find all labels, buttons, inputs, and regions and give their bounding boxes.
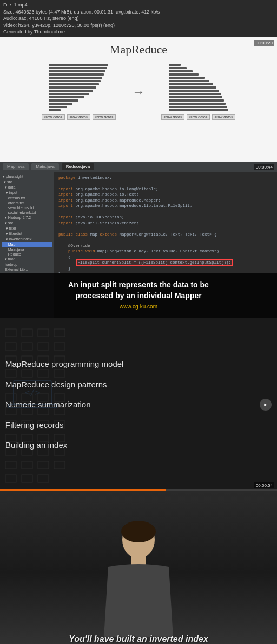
data-label: <row data> xyxy=(212,114,235,120)
code-line: import java.util.StringTokenizer; xyxy=(58,220,273,226)
line xyxy=(169,93,221,95)
timestamp-2: 00:00:44 xyxy=(254,164,274,170)
svg-rect-4 xyxy=(38,329,49,337)
tree-trion: ▾ trion xyxy=(2,257,52,262)
line xyxy=(169,77,205,79)
line xyxy=(169,73,199,76)
svg-rect-42 xyxy=(38,475,49,482)
ide-topbar: Map.java Main.java Reduce.java xyxy=(0,162,277,172)
svg-rect-7 xyxy=(54,343,65,350)
line xyxy=(49,77,102,79)
mapreduce-diagram: <row data> <row data> <row data> → xyxy=(42,64,235,120)
tree-social: socialnetwork.txt xyxy=(2,210,52,215)
svg-rect-33 xyxy=(22,448,32,455)
right-funnel: <row data> <row data> <row data> xyxy=(161,64,235,120)
line xyxy=(49,93,89,95)
svg-rect-1 xyxy=(22,329,32,337)
code-line xyxy=(58,237,273,243)
panel-instructor: You'll have built an inverted index to h… xyxy=(0,491,277,644)
line xyxy=(49,83,99,85)
svg-rect-11 xyxy=(54,356,65,364)
arrow-right: → xyxy=(132,84,145,99)
mapreduce-title: MapReduce xyxy=(110,43,167,57)
code-line: public void map(LongWritable key, Text v… xyxy=(58,249,273,254)
code-line: public class Map extends Mapper<LongWrit… xyxy=(58,232,273,238)
svg-text:</>: </> xyxy=(25,387,41,398)
watermark: www.cg-ku.com xyxy=(120,304,157,310)
tab-main-java[interactable]: Main.java xyxy=(31,163,58,170)
timestamp-3: 00:00:54 xyxy=(254,482,274,488)
code-line: package invertedindex; xyxy=(58,175,273,181)
svg-rect-0 xyxy=(5,329,16,337)
tree-src2: ▾ src xyxy=(2,220,52,226)
line xyxy=(169,80,209,82)
tree-reduce: Reduce xyxy=(2,252,52,257)
svg-rect-27 xyxy=(54,421,65,428)
svg-rect-16 xyxy=(5,394,16,401)
svg-rect-37 xyxy=(22,461,32,469)
tree-pluralsight: ▾ pluralsight xyxy=(2,174,52,179)
line xyxy=(169,106,227,108)
svg-rect-31 xyxy=(54,434,65,442)
svg-rect-15 xyxy=(54,370,65,377)
svg-rect-39 xyxy=(54,461,65,469)
tree-filter: ▾ filter xyxy=(2,226,52,231)
code-line xyxy=(58,209,273,215)
data-label: <row data> xyxy=(187,114,210,120)
svg-rect-34 xyxy=(38,448,49,455)
tab-map-java[interactable]: Map.java xyxy=(3,163,29,170)
tree-search: searchterms.txt xyxy=(2,205,52,210)
play-button[interactable]: ► xyxy=(260,399,272,411)
line xyxy=(169,86,216,89)
svg-rect-19 xyxy=(54,394,65,401)
tree-invertedindex: ▾ invertedindex xyxy=(2,237,52,242)
svg-rect-3 xyxy=(22,343,32,350)
line xyxy=(169,64,181,66)
overlay-text: An input split represents the data to be… xyxy=(0,273,277,318)
grid-svg: </> xyxy=(0,318,92,491)
line xyxy=(49,103,72,105)
tree-census: census.txt xyxy=(2,196,52,200)
svg-rect-28 xyxy=(5,434,16,442)
svg-rect-5 xyxy=(38,343,49,350)
left-lines-top xyxy=(49,64,108,111)
line xyxy=(49,106,67,108)
line xyxy=(169,90,219,92)
code-line: @Override xyxy=(58,243,273,249)
svg-rect-21 xyxy=(22,407,32,415)
overlay-main-text: An input split represents the data to be… xyxy=(68,280,209,300)
svg-rect-45 xyxy=(8,405,57,408)
line xyxy=(49,99,78,102)
bg-grid-decoration: </> xyxy=(0,318,92,491)
data-label: <row data> xyxy=(42,114,65,120)
tree-src: ▾ src xyxy=(2,179,52,185)
tree-external: External Lib... xyxy=(2,267,52,272)
info-bar: File: 1.mp4 Size: 4640323 bytes (4.47 Mi… xyxy=(0,0,277,37)
svg-rect-22 xyxy=(38,407,49,415)
code-line: import org.apache.hadoop.io.LongWritable… xyxy=(58,186,273,192)
left-funnel: <row data> <row data> <row data> xyxy=(42,64,116,120)
line xyxy=(169,96,222,98)
line xyxy=(169,67,187,69)
svg-rect-26 xyxy=(38,421,49,428)
info-line-1: File: 1.mp4 xyxy=(3,2,274,9)
bottom-text-line1: You'll have built an inverted index xyxy=(69,634,208,643)
line xyxy=(169,109,228,111)
svg-rect-10 xyxy=(38,356,49,364)
svg-rect-23 xyxy=(54,407,65,415)
line xyxy=(49,109,61,111)
svg-rect-20 xyxy=(5,407,16,415)
svg-rect-14 xyxy=(38,370,49,377)
right-lines xyxy=(169,64,228,111)
tree-map[interactable]: Map xyxy=(2,242,52,247)
svg-rect-6 xyxy=(54,329,65,337)
code-line-highlighted: FileSplit currentSplit = ((FileSplit) co… xyxy=(58,260,273,266)
svg-rect-29 xyxy=(22,434,32,442)
tree-data: ▾ data xyxy=(2,185,52,190)
info-line-5: Generated by Thumbnail.me xyxy=(3,29,274,36)
tab-reduce-java[interactable]: Reduce.java xyxy=(62,163,94,170)
tree-hadoop2: hadoop xyxy=(2,262,52,267)
timestamp-1: 00:00:20 xyxy=(254,40,274,46)
ide-content: Map.java Main.java Reduce.java ▾ plurals… xyxy=(0,162,277,318)
line xyxy=(49,90,93,92)
